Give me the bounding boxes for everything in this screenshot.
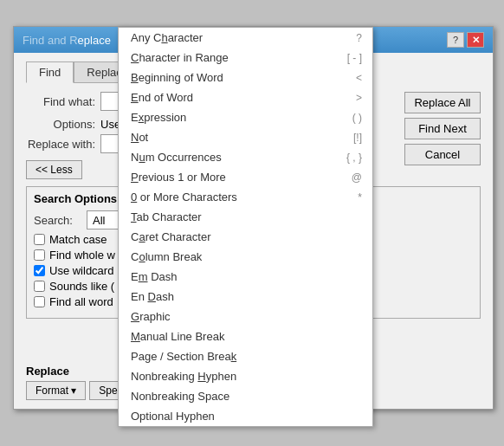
menu-shortcut: @ <box>352 171 362 184</box>
find-replace-dialog: Find and Replace ? ✕ Find Replace Find w… <box>13 26 494 410</box>
menu-item-optional-hyphen[interactable]: Optional Hyphen <box>119 406 372 426</box>
tab-find[interactable]: Find <box>26 61 74 83</box>
sounds-like-row: Sounds like ( <box>34 280 115 293</box>
menu-item-num-occur[interactable]: Num Occurrences { , } <box>119 147 372 167</box>
menu-item-label: Num Occurrences <box>131 151 222 164</box>
titlebar-controls: ? ✕ <box>447 32 484 48</box>
menu-item-en-dash[interactable]: En Dash <box>119 287 372 307</box>
close-button[interactable]: ✕ <box>467 32 484 48</box>
menu-item-label: 0 or More Characters <box>131 191 237 204</box>
menu-item-label: End of Word <box>131 91 193 104</box>
find-label: Find what: <box>26 95 95 108</box>
find-all-row: Find all word <box>34 295 115 308</box>
menu-shortcut: { , } <box>346 152 362 164</box>
menu-item-tab-char[interactable]: Tab Character <box>119 207 372 227</box>
find-all-label: Find all word <box>49 295 113 308</box>
menu-shortcut: ( ) <box>352 112 362 124</box>
menu-item-zero-more[interactable]: 0 or More Characters * <box>119 187 372 207</box>
menu-item-label: Nonbreaking Hyphen <box>131 370 236 383</box>
menu-shortcut: * <box>358 191 362 204</box>
find-all-checkbox[interactable] <box>34 296 45 307</box>
menu-shortcut: > <box>356 92 362 104</box>
menu-item-label: Character in Range <box>131 51 229 64</box>
find-next-button[interactable]: Find Next <box>404 118 481 139</box>
menu-item-label: Nonbreaking Space <box>131 390 229 403</box>
left-checkboxes: Match case Find whole w Use wildcard Sou… <box>34 233 115 311</box>
menu-item-label: Optional Hyphen <box>131 410 215 423</box>
menu-item-nonbreaking-hyphen[interactable]: Nonbreaking Hyphen <box>119 366 372 386</box>
use-wildcard-label: Use wildcard <box>49 264 113 277</box>
help-button[interactable]: ? <box>447 32 464 48</box>
menu-item-label: Page / Section Break <box>131 350 236 363</box>
menu-item-manual-line[interactable]: Manual Line Break <box>119 326 372 346</box>
menu-item-label: Column Break <box>131 250 202 263</box>
menu-item-not[interactable]: Not [!] <box>119 127 372 147</box>
search-label: Search: <box>34 214 81 227</box>
use-wildcard-row: Use wildcard <box>34 264 115 277</box>
menu-item-column-break[interactable]: Column Break <box>119 247 372 267</box>
menu-shortcut: [!] <box>353 132 362 144</box>
options-label: Options: <box>26 118 95 131</box>
find-whole-label: Find whole w <box>49 249 115 262</box>
menu-item-label: Tab Character <box>131 210 202 223</box>
menu-item-label: Caret Character <box>131 230 211 243</box>
sounds-like-checkbox[interactable] <box>34 281 45 292</box>
menu-item-begin-word[interactable]: Beginning of Word < <box>119 68 372 87</box>
format-button[interactable]: Format ▾ <box>26 381 86 400</box>
match-case-label: Match case <box>49 233 107 246</box>
menu-item-label: Em Dash <box>131 270 177 283</box>
menu-item-label: Previous 1 or More <box>131 171 226 184</box>
match-case-row: Match case <box>34 233 115 246</box>
menu-item-caret-char[interactable]: Caret Character <box>119 227 372 247</box>
menu-item-nonbreaking-space[interactable]: Nonbreaking Space <box>119 386 372 406</box>
menu-item-prev-one-more[interactable]: Previous 1 or More @ <box>119 167 372 187</box>
menu-shortcut: ? <box>356 32 362 44</box>
special-dropdown-menu: Any Character ? Character in Range [ - ]… <box>118 27 373 427</box>
menu-item-label: Any Character <box>131 31 203 44</box>
use-wildcard-checkbox[interactable] <box>34 265 45 276</box>
dialog-title: Find and Replace <box>23 34 111 47</box>
menu-item-page-section[interactable]: Page / Section Break <box>119 346 372 366</box>
menu-shortcut: [ - ] <box>347 52 362 64</box>
less-button[interactable]: << Less <box>26 160 82 179</box>
menu-item-label: Graphic <box>131 310 171 323</box>
menu-item-em-dash[interactable]: Em Dash <box>119 267 372 287</box>
find-whole-checkbox[interactable] <box>34 249 45 261</box>
replace-label: Replace with: <box>26 138 95 151</box>
menu-item-label: Beginning of Word <box>131 71 223 84</box>
menu-item-label: Expression <box>131 111 186 124</box>
menu-item-expression[interactable]: Expression ( ) <box>119 107 372 127</box>
menu-item-label: Manual Line Break <box>131 330 224 343</box>
menu-item-end-word[interactable]: End of Word > <box>119 87 372 107</box>
match-case-checkbox[interactable] <box>34 234 45 245</box>
menu-item-char-range[interactable]: Character in Range [ - ] <box>119 48 372 68</box>
menu-item-label: Not <box>131 131 148 144</box>
find-whole-row: Find whole w <box>34 249 115 262</box>
menu-item-any-char[interactable]: Any Character ? <box>119 28 372 48</box>
menu-shortcut: < <box>356 72 362 84</box>
cancel-button[interactable]: Cancel <box>404 144 481 165</box>
sounds-like-label: Sounds like ( <box>49 280 114 293</box>
replace-all-button[interactable]: Replace All <box>404 92 481 113</box>
menu-item-graphic[interactable]: Graphic <box>119 307 372 326</box>
action-buttons: Replace All Find Next Cancel <box>404 92 481 165</box>
menu-item-label: En Dash <box>131 290 174 303</box>
